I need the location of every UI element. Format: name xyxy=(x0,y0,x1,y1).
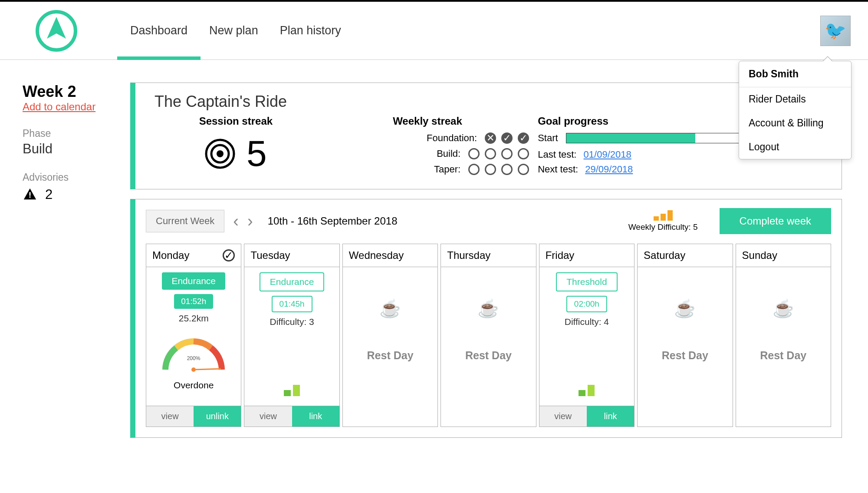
menu-logout[interactable]: Logout xyxy=(739,135,851,159)
menu-rider-details[interactable]: Rider Details xyxy=(739,87,851,111)
svg-point-5 xyxy=(217,150,224,157)
last-test-label: Last test: xyxy=(538,149,576,160)
cup-icon: ☕ xyxy=(477,298,499,319)
workout-type-badge: Threshold xyxy=(556,272,617,291)
gauge-label: Overdone xyxy=(174,380,214,390)
rest-day-label: Rest Day xyxy=(465,349,512,362)
gauge-icon: 200% xyxy=(157,331,230,374)
streak-build: Build: xyxy=(326,148,529,159)
summary-card: The Captain's Ride Session streak 5 Week… xyxy=(130,83,842,189)
svg-line-7 xyxy=(194,369,221,370)
nav-plan-history[interactable]: Plan history xyxy=(280,2,341,60)
complete-week-button[interactable]: Complete week xyxy=(720,208,831,234)
phase-label: Phase xyxy=(23,128,118,139)
logo-icon xyxy=(35,9,78,53)
view-button[interactable]: view xyxy=(244,406,292,427)
user-dropdown: Bob Smith Rider Details Account & Billin… xyxy=(739,61,852,159)
difficulty: Difficulty: 3 xyxy=(270,317,314,327)
last-test-link[interactable]: 01/09/2018 xyxy=(584,149,631,160)
day-name: Thursday xyxy=(447,249,490,261)
link-button[interactable]: link xyxy=(292,406,339,427)
warning-icon xyxy=(23,187,37,202)
duration-badge: 01:45h xyxy=(272,296,312,312)
empty-dot-icon xyxy=(501,164,513,175)
day-name: Wednesday xyxy=(349,249,404,261)
check-icon: ✓ xyxy=(501,132,513,144)
week-title: Week 2 xyxy=(23,83,118,101)
view-button[interactable]: view xyxy=(539,406,587,427)
chevron-right-icon[interactable]: › xyxy=(247,212,253,231)
svg-text:200%: 200% xyxy=(187,355,201,361)
svg-point-8 xyxy=(191,367,196,372)
difficulty: Difficulty: 4 xyxy=(565,317,609,327)
header: Dashboard New plan Plan history xyxy=(0,0,868,60)
day-name: Tuesday xyxy=(250,249,290,261)
next-test-label: Next test: xyxy=(538,164,578,175)
chevron-left-icon[interactable]: ‹ xyxy=(233,212,239,231)
unlink-button[interactable]: unlink xyxy=(194,406,241,427)
week-card: Current Week ‹ › 10th - 16th September 2… xyxy=(130,199,842,438)
day-sunday: Sunday ☕ Rest Day xyxy=(736,244,831,427)
empty-dot-icon xyxy=(518,164,529,175)
empty-dot-icon xyxy=(485,148,496,159)
x-icon: ✕ xyxy=(485,132,496,144)
rest-day-label: Rest Day xyxy=(760,349,806,362)
target-icon xyxy=(205,139,235,169)
day-monday: Monday ✓ Endurance 01:52h 25.2km 200% xyxy=(146,244,241,427)
empty-dot-icon xyxy=(468,164,480,175)
duration-badge: 01:52h xyxy=(174,294,213,309)
current-week-button[interactable]: Current Week xyxy=(146,210,224,232)
avatar[interactable] xyxy=(820,16,851,46)
difficulty-bars-icon xyxy=(284,385,300,396)
weekly-streak-rows: Foundation: ✕ ✓ ✓ Build: Taper: xyxy=(326,132,529,175)
view-button[interactable]: view xyxy=(146,406,194,427)
sidebar: Week 2 Add to calendar Phase Build Advis… xyxy=(23,83,118,202)
plan-name: The Captain's Ride xyxy=(155,93,822,111)
streak-taper: Taper: xyxy=(326,164,529,175)
workout-type-badge: Endurance xyxy=(260,272,325,291)
streak-foundation: Foundation: ✕ ✓ ✓ xyxy=(326,132,529,144)
check-icon: ✓ xyxy=(518,132,529,144)
advisories-label: Advisories xyxy=(23,172,118,183)
workout-type-badge: Endurance xyxy=(162,272,225,290)
empty-dot-icon xyxy=(501,148,513,159)
empty-dot-icon xyxy=(485,164,496,175)
days-grid: Monday ✓ Endurance 01:52h 25.2km 200% xyxy=(146,244,831,427)
cup-icon: ☕ xyxy=(674,298,696,319)
menu-account-billing[interactable]: Account & Billing xyxy=(739,111,851,135)
nav-new-plan[interactable]: New plan xyxy=(209,2,258,60)
goal-start-label: Start xyxy=(538,132,558,144)
duration-badge: 02:00h xyxy=(566,296,607,312)
session-streak-label: Session streak xyxy=(155,115,317,127)
day-name: Friday xyxy=(546,249,575,261)
check-icon: ✓ xyxy=(223,249,235,261)
day-tuesday: Tuesday Endurance 01:45h Difficulty: 3 v… xyxy=(244,244,339,427)
day-friday: Friday Threshold 02:00h Difficulty: 4 vi… xyxy=(539,244,635,427)
link-button[interactable]: link xyxy=(587,406,634,427)
day-name: Sunday xyxy=(742,249,777,261)
week-header: Current Week ‹ › 10th - 16th September 2… xyxy=(146,208,831,234)
main: The Captain's Ride Session streak 5 Week… xyxy=(130,83,842,438)
svg-rect-1 xyxy=(30,192,31,196)
distance: 25.2km xyxy=(179,313,209,324)
empty-dot-icon xyxy=(468,148,480,159)
day-name: Saturday xyxy=(644,249,685,261)
add-to-calendar-link[interactable]: Add to calendar xyxy=(23,101,118,113)
cup-icon: ☕ xyxy=(379,298,401,319)
day-wednesday: Wednesday ☕ Rest Day xyxy=(342,244,438,427)
session-streak-value: 5 xyxy=(247,132,267,175)
day-thursday: Thursday ☕ Rest Day xyxy=(441,244,536,427)
next-test-link[interactable]: 29/09/2018 xyxy=(585,164,633,175)
phase-value: Build xyxy=(23,141,118,157)
day-name: Monday xyxy=(152,249,189,261)
rest-day-label: Rest Day xyxy=(367,349,414,362)
week-range: 10th - 16th September 2018 xyxy=(268,215,398,227)
difficulty-bars-icon xyxy=(579,385,595,396)
rest-day-label: Rest Day xyxy=(662,349,708,362)
empty-dot-icon xyxy=(518,148,529,159)
svg-rect-2 xyxy=(30,196,31,198)
day-saturday: Saturday ☕ Rest Day xyxy=(637,244,733,427)
nav-dashboard[interactable]: Dashboard xyxy=(130,2,187,60)
user-name: Bob Smith xyxy=(739,61,851,87)
cup-icon: ☕ xyxy=(773,298,794,319)
